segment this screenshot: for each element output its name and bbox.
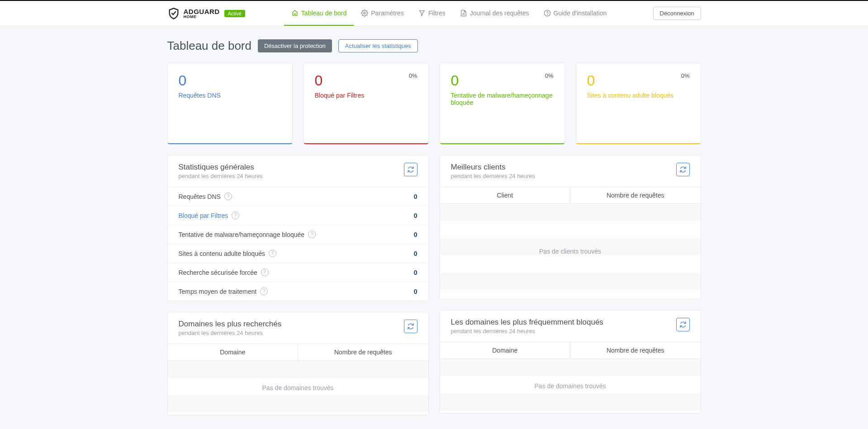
help-icon[interactable]: ? <box>224 193 232 200</box>
help-icon[interactable]: ? <box>308 231 316 238</box>
page-title: Tableau de bord <box>167 39 251 53</box>
table-header: Client Nombre de requêtes <box>440 187 701 204</box>
stat-list: Requêtes DNS? 0 Bloqué par Filtres? 0 Te… <box>168 187 428 301</box>
disable-protection-button[interactable]: Désactiver la protection <box>258 39 332 52</box>
stat-row-value: 0 <box>414 212 417 219</box>
shield-icon <box>167 7 180 20</box>
stat-value: 0 <box>179 72 281 89</box>
home-icon <box>291 9 299 17</box>
stat-value: 0 <box>451 72 554 89</box>
stat-card-dns[interactable]: 0 Requêtes DNS <box>167 63 293 144</box>
table-body: Pas de domaines trouvés <box>440 359 701 413</box>
table-header: Domaine Nombre de requêtes <box>440 342 701 359</box>
refresh-button[interactable] <box>676 163 690 176</box>
svg-point-2 <box>547 14 547 15</box>
stat-label: Bloqué par Filtres <box>315 92 417 99</box>
refresh-icon <box>407 323 414 330</box>
stat-row-malware: Tentative de malware/hameçonnage bloquée… <box>168 225 428 244</box>
brand-sub: HOME <box>184 15 220 19</box>
nav-filters[interactable]: Filtres <box>411 1 453 26</box>
column-requests: Nombre de requêtes <box>570 187 701 203</box>
stat-card-adult[interactable]: 0% 0 Sites à contenu adulte bloqués <box>576 63 701 144</box>
table-row <box>168 361 428 378</box>
help-icon[interactable]: ? <box>260 288 268 295</box>
gear-icon <box>361 9 368 17</box>
stat-row-label[interactable]: Bloqué par Filtres <box>179 212 228 219</box>
refresh-button[interactable] <box>676 318 690 331</box>
stat-row-blocked: Bloqué par Filtres? 0 <box>168 206 428 225</box>
status-badge: Activé <box>224 10 245 17</box>
svg-point-0 <box>364 12 365 14</box>
stat-row-label: Requêtes DNS <box>179 193 221 200</box>
panel-top-clients: Meilleurs clients pendant les dernières … <box>440 155 701 299</box>
stat-row-label: Recherche sécurisée forcée <box>179 269 257 276</box>
table-row <box>440 221 701 238</box>
table-row <box>440 255 701 273</box>
table-row <box>440 204 701 221</box>
stat-card-malware[interactable]: 0% 0 Tentative de malware/hameçonnage bl… <box>440 63 565 144</box>
nav-label: Filtres <box>428 9 446 17</box>
logo[interactable]: ADGUARD HOME <box>167 7 220 20</box>
stat-row-label: Tentative de malware/hameçonnage bloquée <box>179 231 305 238</box>
table-row <box>440 359 701 376</box>
stat-row-value: 0 <box>414 269 417 276</box>
nav-label: Guide d'installation <box>554 9 607 17</box>
column-requests: Nombre de requêtes <box>298 344 428 360</box>
help-icon[interactable]: ? <box>261 269 269 276</box>
help-icon[interactable]: ? <box>269 250 276 257</box>
panel-subtitle: pendant les dernières 24 heures <box>179 330 282 336</box>
stat-cards: 0 Requêtes DNS 0% 0 Bloqué par Filtres 0… <box>167 63 701 144</box>
stat-percent: 0% <box>545 72 554 79</box>
brand-name: ADGUARD <box>184 8 220 15</box>
panel-subtitle: pendant les dernières 24 heures <box>179 173 263 179</box>
table-row <box>168 395 428 412</box>
panel-subtitle: pendant les dernières 24 heures <box>451 173 535 179</box>
stat-row-value: 0 <box>414 288 417 295</box>
table-header: Domaine Nombre de requêtes <box>168 344 428 361</box>
panel-top-queried: Domaines les plus recherchés pendant les… <box>167 312 429 415</box>
panel-title: Domaines les plus recherchés <box>179 320 282 329</box>
stat-row-label: Temps moyen de traitement <box>179 288 257 295</box>
column-requests: Nombre de requêtes <box>570 342 701 358</box>
stat-row-adult: Sites à contenu adulte bloqués? 0 <box>168 244 428 263</box>
logo-group: ADGUARD HOME Activé <box>167 7 245 20</box>
nav-settings[interactable]: Paramètres <box>354 1 411 26</box>
panel-subtitle: pendant les dernières 24 heures <box>451 328 603 335</box>
stat-percent: 0% <box>409 72 417 79</box>
filter-icon <box>418 9 426 17</box>
stat-label: Requêtes DNS <box>179 92 281 99</box>
refresh-icon <box>407 166 414 173</box>
nav-label: Paramètres <box>371 9 403 17</box>
nav-guide[interactable]: Guide d'installation <box>536 1 614 26</box>
panel-general-stats: Statistiques générales pendant les derni… <box>167 155 429 301</box>
refresh-button[interactable] <box>404 163 417 176</box>
panel-title: Meilleurs clients <box>451 163 535 172</box>
stat-row-label: Sites à contenu adulte bloqués <box>179 250 265 257</box>
stat-row-safesearch: Recherche sécurisée forcée? 0 <box>168 263 428 282</box>
table-row <box>440 273 701 290</box>
refresh-stats-button[interactable]: Actualiser les statistiques <box>338 39 418 52</box>
nav-querylog[interactable]: Journal des requêtes <box>453 1 536 26</box>
refresh-button[interactable] <box>404 320 417 333</box>
stat-card-blocked[interactable]: 0% 0 Bloqué par Filtres <box>304 63 429 144</box>
column-domain: Domaine <box>440 342 570 358</box>
stat-row-value: 0 <box>414 250 417 257</box>
stat-label: Tentative de malware/hameçonnage bloquée <box>451 92 554 106</box>
table-body: Pas de domaines trouvés <box>168 361 428 415</box>
refresh-icon <box>679 321 687 328</box>
logout-button[interactable]: Déconnexion <box>653 7 701 20</box>
stat-row-avg: Temps moyen de traitement? 0 <box>168 282 428 301</box>
stat-row-value: 0 <box>414 193 417 200</box>
header: ADGUARD HOME Activé Tableau de bord Para… <box>0 1 868 26</box>
column-domain: Domaine <box>168 344 298 360</box>
panel-title: Les domaines les plus fréquemment bloqué… <box>451 318 603 327</box>
empty-message: Pas de clients trouvés <box>539 248 601 255</box>
empty-message: Pas de domaines trouvés <box>262 384 334 391</box>
nav-dashboard[interactable]: Tableau de bord <box>284 1 354 26</box>
help-icon[interactable]: ? <box>232 212 239 219</box>
stat-row-dns: Requêtes DNS? 0 <box>168 187 428 206</box>
nav-label: Tableau de bord <box>301 9 346 17</box>
panel-top-blocked: Les domaines les plus fréquemment bloqué… <box>440 310 701 414</box>
table-body: Pas de clients trouvés <box>440 204 701 299</box>
file-icon <box>460 9 467 17</box>
